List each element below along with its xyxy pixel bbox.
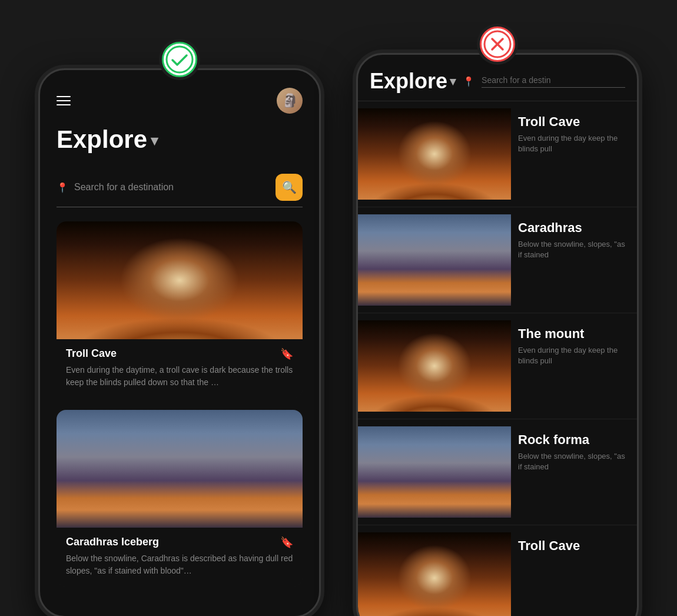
search-bar: 📍 Search for a destination 🔍 — [57, 168, 303, 207]
card-troll-cave[interactable]: Troll Cave 🔖 Even during the daytime, a … — [57, 221, 303, 398]
bad-thumb-5 — [358, 532, 511, 616]
bad-explore-chevron[interactable]: ▾ — [450, 74, 456, 88]
search-bar-inner: 📍 Search for a destination — [57, 182, 270, 193]
bookmark-icon-caradhras[interactable]: 🔖 — [280, 536, 293, 549]
card-title-row: Troll Cave 🔖 — [66, 347, 293, 360]
bad-thumb-cave-1 — [358, 108, 511, 200]
explore-title: Explore ▾ — [57, 125, 303, 154]
bad-thumb-1 — [358, 108, 511, 200]
bad-item-title-4: Rock forma — [518, 432, 630, 448]
bad-list-item-1[interactable]: Troll Cave Even during the day keep the … — [358, 101, 637, 207]
good-phone-frame: 🗿 Explore ▾ 📍 Search for a destination 🔍 — [38, 68, 321, 616]
explore-chevron[interactable]: ▾ — [151, 133, 158, 149]
search-input[interactable]: Search for a destination — [74, 182, 270, 193]
bad-list-item-4[interactable]: Rock forma Below the snowline, slopes, "… — [358, 419, 637, 525]
hamburger-menu-icon[interactable] — [57, 96, 71, 105]
bad-item-content-3: The mount Even during the day keep the b… — [511, 320, 637, 412]
bad-item-desc-2: Below the snowline, slopes, "as if stain… — [518, 239, 630, 260]
bad-thumb-mountains-4 — [358, 426, 511, 518]
bad-list-item-3[interactable]: The mount Even during the day keep the b… — [358, 313, 637, 419]
good-phone-header: 🗿 — [57, 88, 303, 114]
bad-phone-wrapper: Explore ▾ 📍 Search for a destin Troll Ca… — [356, 24, 639, 616]
bad-item-desc-1: Even during the day keep the blinds pull — [518, 133, 630, 154]
bad-list-item-2[interactable]: Caradhras Below the snowline, slopes, "a… — [358, 207, 637, 313]
card-title-troll-cave: Troll Cave — [66, 347, 117, 360]
bad-item-title-3: The mount — [518, 326, 630, 342]
bad-thumb-mountains-2 — [358, 214, 511, 306]
card-body-caradhras: Caradhras Iceberg 🔖 Below the snowline, … — [57, 528, 303, 587]
bad-list: Troll Cave Even during the day keep the … — [358, 101, 637, 616]
bad-badge — [477, 24, 518, 65]
bad-thumb-cave-3 — [358, 320, 511, 412]
bad-item-title-2: Caradhras — [518, 220, 630, 236]
card-body-troll-cave: Troll Cave 🔖 Even during the daytime, a … — [57, 339, 303, 398]
card-title-caradhras: Caradhras Iceberg — [66, 536, 159, 548]
good-phone-wrapper: 🗿 Explore ▾ 📍 Search for a destination 🔍 — [38, 39, 321, 616]
bad-list-item-5[interactable]: Troll Cave — [358, 525, 637, 616]
card-desc-caradhras: Below the snowline, Caradhras is describ… — [66, 552, 293, 577]
card-image-cave — [57, 221, 303, 339]
bad-item-desc-4: Below the snowline, slopes, "as if stain… — [518, 451, 630, 472]
card-caradhras[interactable]: Caradhras Iceberg 🔖 Below the snowline, … — [57, 410, 303, 587]
bad-item-content-5: Troll Cave — [511, 532, 637, 616]
location-pin-icon: 📍 — [57, 182, 68, 193]
comparison-container: 🗿 Explore ▾ 📍 Search for a destination 🔍 — [0, 0, 677, 616]
card-desc-troll-cave: Even during the daytime, a troll cave is… — [66, 364, 293, 389]
bad-thumb-cave-5 — [358, 532, 511, 616]
bad-item-title-5: Troll Cave — [518, 538, 630, 554]
card-title-row-caradhras: Caradhras Iceberg 🔖 — [66, 536, 293, 549]
bad-explore-label: Explore — [370, 69, 447, 94]
bad-item-content-1: Troll Cave Even during the day keep the … — [511, 108, 637, 200]
bad-explore-title: Explore ▾ — [370, 69, 456, 94]
avatar[interactable]: 🗿 — [277, 88, 303, 114]
good-badge-icon — [162, 42, 197, 77]
bad-search-bar: Search for a destin — [482, 75, 625, 88]
card-image-mountains — [57, 410, 303, 528]
bad-thumb-2 — [358, 214, 511, 306]
bad-badge-icon — [480, 27, 515, 62]
bookmark-icon-troll-cave[interactable]: 🔖 — [280, 347, 293, 360]
bad-thumb-4 — [358, 426, 511, 518]
mountains-image — [57, 410, 303, 528]
search-icon: 🔍 — [282, 180, 297, 194]
bad-thumb-3 — [358, 320, 511, 412]
bad-item-content-4: Rock forma Below the snowline, slopes, "… — [511, 426, 637, 518]
cave-arch-image — [57, 221, 303, 339]
svg-point-0 — [167, 47, 193, 72]
bad-search-input[interactable]: Search for a destin — [482, 75, 551, 85]
bad-location-pin-icon: 📍 — [463, 76, 474, 87]
bad-item-desc-3: Even during the day keep the blinds pull — [518, 345, 630, 366]
bad-item-content-2: Caradhras Below the snowline, slopes, "a… — [511, 214, 637, 306]
search-button[interactable]: 🔍 — [276, 174, 303, 201]
bad-phone-frame: Explore ▾ 📍 Search for a destin Troll Ca… — [356, 53, 639, 616]
explore-label: Explore — [57, 125, 147, 154]
bad-item-title-1: Troll Cave — [518, 114, 630, 130]
good-badge — [159, 39, 200, 80]
